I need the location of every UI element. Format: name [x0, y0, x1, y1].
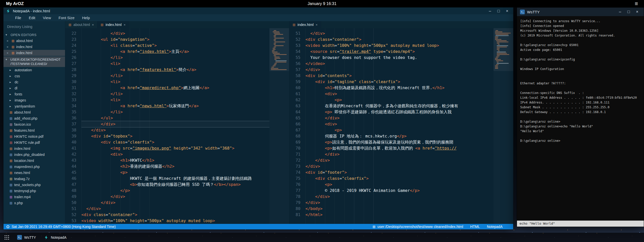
close-tab-icon[interactable]: ×	[92, 23, 94, 27]
file-item[interactable]: ▤add_vhost.php	[4, 115, 65, 121]
open-editors-section[interactable]: ▾ OPEN EDITORS	[4, 32, 65, 38]
menu-item-font-size[interactable]: Font Size	[55, 15, 78, 21]
menu-item-view[interactable]: View	[39, 15, 54, 21]
menu-item-file[interactable]: File	[12, 15, 25, 21]
line-numbers: 5152535455565758596061626364656667686970…	[289, 28, 305, 224]
line-number: 55	[289, 55, 300, 61]
folder-item[interactable]: ▸dl	[4, 85, 65, 91]
code-line: <video width="100%" height="500px" autop…	[305, 43, 494, 49]
code-editor[interactable]: </div> <ul id="navigation"> <li class="a…	[81, 28, 269, 224]
folder-name: autostation	[15, 68, 32, 72]
wstty-window: >_ WsTTY – □ × [info] Connecting to aroz…	[517, 7, 644, 227]
file-item[interactable]: ▤index.php_disabled	[4, 152, 65, 158]
line-number: 42	[65, 151, 76, 157]
minimize-button[interactable]: –	[486, 9, 494, 13]
close-button[interactable]: ×	[504, 9, 511, 13]
editor-tab[interactable]: ▤about.html×	[65, 21, 97, 28]
file-item[interactable]: ▤features.html	[4, 127, 65, 133]
taskbar-app-notepada[interactable]: NotepadA	[40, 233, 71, 242]
workspace-root[interactable]: ▾ USER:/DESKTOP/SCREENSHOT /TEST/WWW CLE…	[4, 56, 65, 67]
file-item[interactable]: ▤location.html	[4, 158, 65, 164]
open-editor-item[interactable]: ×▤index.html	[4, 44, 65, 50]
close-file-icon[interactable]: ×	[7, 45, 10, 49]
file-name: HKWTC notice.pdf	[14, 134, 43, 139]
line-number: 52	[289, 37, 300, 43]
minimap[interactable]	[269, 28, 289, 224]
taskbar-app-label: NotepadA	[51, 235, 67, 239]
close-file-icon[interactable]: ×	[7, 39, 10, 43]
statusbar: Sat Jan 09 2021 16:29:49 GMT+0800 (Hong …	[4, 224, 513, 229]
file-item[interactable]: ▤index.html	[4, 146, 65, 152]
editor-tab[interactable]: ▤index.html×	[289, 21, 321, 28]
folder-item[interactable]: ▸css	[4, 73, 65, 79]
line-number: 56	[289, 61, 300, 67]
close-tab-icon[interactable]: ×	[124, 23, 126, 27]
code-line: Your browser does not support the video …	[305, 55, 494, 61]
file-item[interactable]: ▤test_sockets.php	[4, 182, 65, 188]
terminal-line	[520, 86, 640, 91]
tabbar-right: ▤index.html×	[289, 21, 513, 28]
code-line: </li>	[81, 91, 269, 97]
code-editor[interactable]: </div><div class="container"><video widt…	[305, 28, 494, 224]
chevron-right-icon: ▸	[10, 80, 13, 84]
maximize-button[interactable]: □	[495, 9, 502, 13]
line-number: 61	[289, 91, 300, 97]
editor-tab[interactable]: ▤index.html×	[97, 21, 129, 28]
file-item[interactable]: ▤x.php	[4, 200, 65, 206]
code-line: </div>	[81, 127, 269, 133]
folder-name: yamlyamlism	[15, 104, 35, 108]
terminal-line: "Hello World"	[520, 129, 640, 134]
line-number: 68	[289, 133, 300, 139]
file-item[interactable]: ▤HKWTC notice.pdf	[4, 133, 65, 140]
code-line: <p>請注意，我們的伺服器為確保玩家及遊玩時的質素，我們對的服務開	[305, 139, 494, 145]
file-name: favicon.ico	[14, 122, 31, 126]
line-number: 24	[65, 43, 76, 49]
file-item[interactable]: ▤favicon.ico	[4, 121, 65, 127]
terminal-output[interactable]: [info] Connecting to arozos WsTTY servic…	[517, 16, 644, 221]
file-item[interactable]: ▤testmysql.php	[4, 188, 65, 194]
file-item[interactable]: ▤HKWTC rule.pdf	[4, 140, 65, 146]
folder-item[interactable]: ▸images	[4, 97, 65, 103]
terminal-line	[520, 134, 640, 139]
file-item[interactable]: ▤trailer.mp4	[4, 194, 65, 200]
open-editors-list: ×▤about.html×▤index.html×▤index.html	[4, 38, 65, 56]
system-topbar: My ArOZ January 9 16:31 ≡	[0, 0, 644, 7]
open-editor-item[interactable]: ×▤index.html	[4, 50, 65, 56]
folder-item[interactable]: ▸fonts	[4, 91, 65, 97]
folder-item[interactable]: ▸autostation	[4, 67, 65, 73]
open-editor-item[interactable]: ×▤about.html	[4, 38, 65, 44]
folder-item[interactable]: ▸dc	[4, 79, 65, 85]
terminal-line: [info] Connecting to arozos WsTTY servic…	[520, 19, 640, 24]
code-line: </ul>	[81, 115, 269, 121]
minimap[interactable]	[494, 28, 513, 224]
terminal-line	[520, 72, 640, 76]
notepada-titlebar[interactable]: NotepadA - index.html – □ ×	[4, 8, 513, 14]
file-item[interactable]: ▤mapredirect.php	[4, 164, 65, 170]
code-line: </div>	[81, 206, 269, 212]
line-number: 43	[65, 157, 76, 163]
file-item[interactable]: ▤news.html	[4, 170, 65, 176]
close-button[interactable]: ×	[634, 10, 641, 14]
wstty-titlebar[interactable]: >_ WsTTY – □ ×	[517, 8, 644, 16]
folder-item[interactable]: ▸yamlyamlism	[4, 103, 65, 109]
open-editor-name: index.html	[16, 51, 32, 55]
code-line: <li>	[81, 97, 269, 103]
terminal-input[interactable]: echo "Hello World"	[517, 221, 644, 227]
close-file-icon[interactable]: ×	[7, 51, 10, 55]
status-path[interactable]: user:/Desktop/screenshot/test/www cleane…	[378, 225, 463, 229]
taskbar-app-wstty[interactable]: >_WsTTY	[13, 233, 40, 242]
minimize-button[interactable]: –	[617, 10, 624, 14]
system-clock: January 9 16:31	[308, 2, 336, 6]
close-tab-icon[interactable]: ×	[316, 23, 318, 27]
app-launcher-button[interactable]	[2, 233, 12, 242]
menu-item-edit[interactable]: Edit	[25, 15, 39, 21]
status-language[interactable]: HTML	[470, 225, 480, 229]
file-item[interactable]: ▤about.html	[4, 109, 65, 115]
menu-item-help[interactable]: Help	[79, 15, 94, 21]
file-icon: ▤	[12, 39, 14, 42]
hamburger-menu-icon[interactable]: ≡	[635, 1, 638, 7]
maximize-button[interactable]: □	[625, 10, 632, 14]
file-item[interactable]: ▤teabag.7z	[4, 176, 65, 182]
line-number: 51	[65, 206, 76, 212]
open-editors-label: OPEN EDITORS	[11, 33, 37, 37]
